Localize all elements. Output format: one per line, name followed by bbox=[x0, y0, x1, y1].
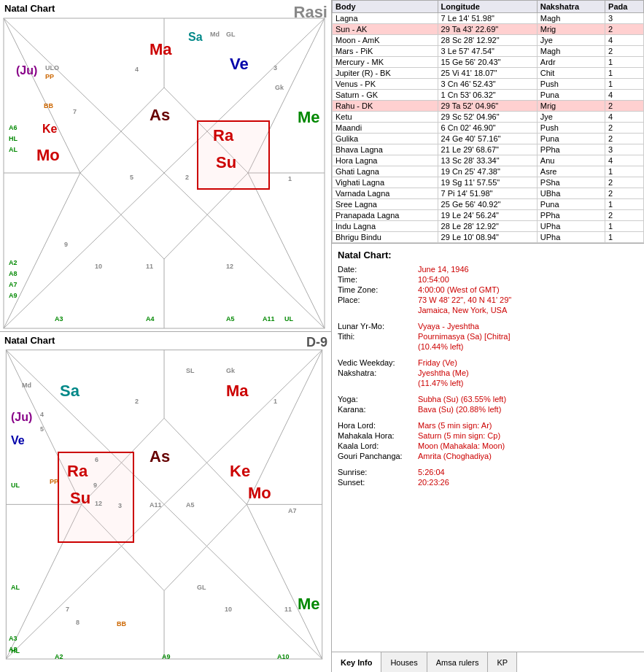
house5-d9: 5 bbox=[40, 425, 44, 433]
info-row: Karana:Bava (Su) (20.88% left) bbox=[338, 405, 638, 414]
info-row: Kaala Lord:Moon (Mahakala: Moon) bbox=[338, 441, 638, 450]
info-row: Sunrise:5:26:04 bbox=[338, 468, 638, 476]
ra-label-d9: Ra bbox=[67, 462, 88, 481]
info-value: Vyaya - Jyeshtha bbox=[418, 322, 638, 331]
info-row: Lunar Yr-Mo:Vyaya - Jyeshtha bbox=[338, 322, 638, 331]
table-row: Venus - PK3 Cn 46' 52.43"Push1 bbox=[333, 79, 644, 90]
ju-label-d9: (Ju) bbox=[11, 411, 32, 424]
info-label: Kaala Lord: bbox=[338, 441, 418, 450]
tab-kp[interactable]: KP bbox=[488, 652, 517, 672]
info-row: Vedic Weekday:Friday (Ve) bbox=[338, 358, 638, 367]
planet-table: Body Longitude Nakshatra Pada Lagna7 Le … bbox=[332, 0, 644, 243]
info-row: Time Zone:4:00:00 (West of GMT) bbox=[338, 285, 638, 294]
info-value: (11.47% left) bbox=[418, 379, 638, 387]
a8-label-top: A8 bbox=[9, 270, 18, 277]
house7-d9: 7 bbox=[66, 606, 69, 613]
rasi-chart: Natal Chart Rasi Ke bbox=[0, 0, 332, 332]
tab-key-info[interactable]: Key Info bbox=[332, 652, 381, 672]
house8b-d9: 8 bbox=[76, 619, 79, 626]
planet-table-container[interactable]: Body Longitude Nakshatra Pada Lagna7 Le … bbox=[332, 0, 644, 243]
table-row: Pranapada Lagna19 Le 24' 56.24"PPha2 bbox=[333, 210, 644, 221]
info-label: Gouri Panchanga: bbox=[338, 452, 418, 460]
house3-top: 3 bbox=[273, 64, 277, 72]
mo-label-top: Mo bbox=[36, 146, 60, 165]
ve-label-top: Ve bbox=[230, 55, 249, 74]
ve-label-d9: Ve bbox=[11, 434, 25, 447]
tab-amsa-rulers[interactable]: Amsa rulers bbox=[427, 652, 489, 672]
info-row: (11.47% left) bbox=[338, 379, 638, 387]
ke-label-top: Ke bbox=[42, 123, 57, 136]
col-body: Body bbox=[333, 1, 438, 13]
sl-label-d9: SL bbox=[186, 367, 195, 374]
a5-label-top: A5 bbox=[226, 315, 235, 323]
me-label-d9: Me bbox=[298, 595, 320, 614]
table-row: Saturn - GK1 Cn 53' 06.32"Puna4 bbox=[333, 90, 644, 101]
house4-d9: 4 bbox=[40, 411, 44, 418]
info-value: Jamaica, New York, USA bbox=[418, 306, 638, 314]
info-panel: Natal Chart: Date:June 14, 1946Time:10:5… bbox=[332, 243, 644, 652]
a4-label-top: A4 bbox=[146, 315, 155, 323]
as-label-d9: As bbox=[150, 447, 170, 466]
hl-label-d9: HL bbox=[11, 647, 20, 654]
md-label-d9: Md bbox=[22, 382, 31, 389]
pp-label-top: PP bbox=[45, 73, 54, 80]
tab-houses[interactable]: Houses bbox=[381, 652, 427, 672]
house8-d9: 6 bbox=[95, 456, 98, 463]
col-pada: Pada bbox=[605, 1, 644, 13]
house2-top: 2 bbox=[185, 174, 189, 181]
info-row: Jamaica, New York, USA bbox=[338, 306, 638, 314]
house12-top: 12 bbox=[226, 263, 233, 270]
a11-label-top: A11 bbox=[263, 315, 275, 323]
table-row: Vighati Lagna19 Sg 11' 57.55"PSha2 bbox=[333, 177, 644, 188]
info-value: Amrita (Choghadiya) bbox=[418, 452, 638, 460]
svg-line-23 bbox=[247, 504, 322, 659]
info-label: Tithi: bbox=[338, 332, 418, 341]
info-row: Nakshatra:Jyeshtha (Me) bbox=[338, 368, 638, 377]
table-row: Bhava Lagna21 Le 29' 68.67"PPha3 bbox=[333, 144, 644, 155]
table-row: Moon - AmK28 Sc 28' 12.92"Jye4 bbox=[333, 35, 644, 46]
info-value: Jyeshtha (Me) bbox=[418, 368, 638, 377]
a9-label-d9: A9 bbox=[162, 653, 171, 660]
ju-label-top: (Ju) bbox=[16, 64, 37, 77]
info-row: Mahakala Hora:Saturn (5 min sign: Cp) bbox=[338, 431, 638, 440]
d9-chart-svg bbox=[0, 332, 332, 664]
table-row: Indu Lagna28 Le 28' 12.92"UPha1 bbox=[333, 221, 644, 232]
info-row: Tithi:Pournimasya (Sa) [Chitra] bbox=[338, 332, 638, 341]
hl-label: HL bbox=[9, 135, 18, 142]
right-panel: Body Longitude Nakshatra Pada Lagna7 Le … bbox=[332, 0, 644, 672]
house2-d9: 2 bbox=[135, 398, 139, 405]
info-value: Bava (Su) (20.88% left) bbox=[418, 405, 638, 414]
table-row: Sree Lagna25 Ge 56' 40.92"Puna1 bbox=[333, 199, 644, 210]
house9-top: 9 bbox=[64, 241, 68, 248]
house11-d9: 11 bbox=[284, 606, 292, 613]
a6-label: A6 bbox=[9, 124, 18, 131]
gl-label-top: GL bbox=[226, 31, 236, 38]
svg-line-18 bbox=[164, 504, 322, 659]
house4-top: 4 bbox=[135, 66, 139, 73]
info-value: Friday (Ve) bbox=[418, 358, 638, 367]
info-value: Moon (Mahakala: Moon) bbox=[418, 441, 638, 450]
svg-line-8 bbox=[4, 173, 80, 328]
svg-line-4 bbox=[164, 173, 325, 328]
bb-label-top: BB bbox=[44, 102, 53, 109]
svg-line-1 bbox=[4, 18, 164, 173]
house1-top: 1 bbox=[288, 175, 292, 182]
table-row: Rahu - DK29 Ta 52' 04.96"Mrig2 bbox=[333, 101, 644, 112]
table-row: Varnada Lagna7 Pi 14' 51.98"UBha2 bbox=[333, 188, 644, 199]
as-label-top: As bbox=[150, 106, 170, 125]
ulo-label: ULO bbox=[45, 64, 59, 72]
info-row: Gouri Panchanga:Amrita (Choghadiya) bbox=[338, 452, 638, 460]
info-value: 20:23:26 bbox=[418, 478, 638, 487]
info-label: Vedic Weekday: bbox=[338, 358, 418, 367]
ra-label-top: Ra bbox=[213, 126, 233, 145]
table-row: Jupiter (R) - BK25 Vi 41' 18.07"Chit1 bbox=[333, 68, 644, 79]
table-row: Ketu29 Sc 52' 04.96"Jye4 bbox=[333, 112, 644, 123]
info-row: Hora Lord:Mars (5 min sign: Ar) bbox=[338, 421, 638, 430]
info-title: Natal Chart: bbox=[338, 250, 638, 260]
info-row: (10.44% left) bbox=[338, 342, 638, 351]
table-row: Mars - PiK3 Le 57' 47.54"Magh2 bbox=[333, 46, 644, 57]
info-row: Place:73 W 48' 22", 40 N 41' 29" bbox=[338, 296, 638, 304]
info-label: Lunar Yr-Mo: bbox=[338, 322, 418, 331]
info-row: Yoga:Subha (Su) (63.55% left) bbox=[338, 395, 638, 403]
house7b-d9: 9 bbox=[93, 482, 97, 489]
